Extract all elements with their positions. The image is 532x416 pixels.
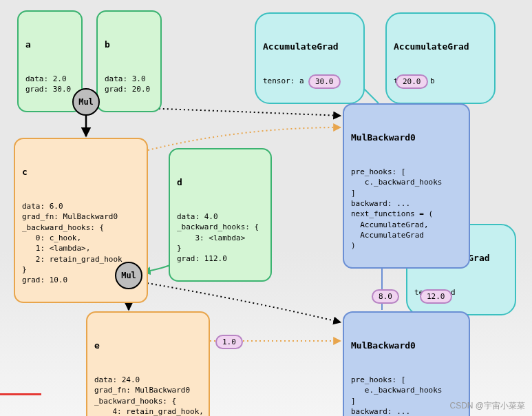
tensor-d-body: data: 4.0 _backward_hooks: { 3: <lambda>… <box>177 211 264 264</box>
tensor-a-body: data: 2.0 grad: 30.0 <box>25 74 74 95</box>
tensor-d-title: d <box>177 176 264 189</box>
grad-pill-8: 8.0 <box>372 289 399 304</box>
tensor-e-body: data: 24.0 grad_fn: MulBackward0 _backwa… <box>94 375 202 416</box>
mulbackward-2-title: MulBackward0 <box>351 340 462 352</box>
tensor-b-body: data: 3.0 grad: 20.0 <box>105 74 153 95</box>
mulbackward-1-node: MulBackward0 pre_hooks: [ c._backward_ho… <box>343 103 470 269</box>
tensor-e-title: e <box>94 340 202 352</box>
grad-pill-12: 12.0 <box>420 289 452 304</box>
accgrad-b-title: AccumulateGrad <box>394 41 487 53</box>
mul-op-1: Mul <box>72 88 100 116</box>
mul-op-2: Mul <box>115 262 142 289</box>
mulbackward-1-body: pre_hooks: [ c._backward_hooks ] backwar… <box>351 167 462 251</box>
mul-op-2-label: Mul <box>121 271 136 280</box>
accgrad-a-title: AccumulateGrad <box>263 41 357 53</box>
tensor-e-node: e data: 24.0 grad_fn: MulBackward0 _back… <box>86 311 210 416</box>
mul-op-1-label: Mul <box>78 97 94 107</box>
accgrad-a-node: AccumulateGrad tensor: a <box>255 12 365 104</box>
grad-pill-20: 20.0 <box>396 74 428 89</box>
grad-pill-30: 30.0 <box>308 74 341 89</box>
mulbackward-1-title: MulBackward0 <box>351 132 462 144</box>
watermark: CSDN @宇宙小菜菜 <box>449 400 525 412</box>
tensor-b-title: b <box>105 39 153 51</box>
tensor-d-node: d data: 4.0 _backward_hooks: { 3: <lambd… <box>169 148 272 282</box>
progress-bar <box>0 393 41 395</box>
tensor-a-title: a <box>25 39 74 51</box>
grad-pill-1: 1.0 <box>215 335 243 349</box>
tensor-b-node: b data: 3.0 grad: 20.0 <box>96 10 162 112</box>
mulbackward-2-body: pre_hooks: [ e._backward_hooks ] backwar… <box>351 375 462 416</box>
accgrad-b-node: AccumulateGrad tensor: b <box>385 12 496 104</box>
tensor-c-title: c <box>22 166 140 178</box>
